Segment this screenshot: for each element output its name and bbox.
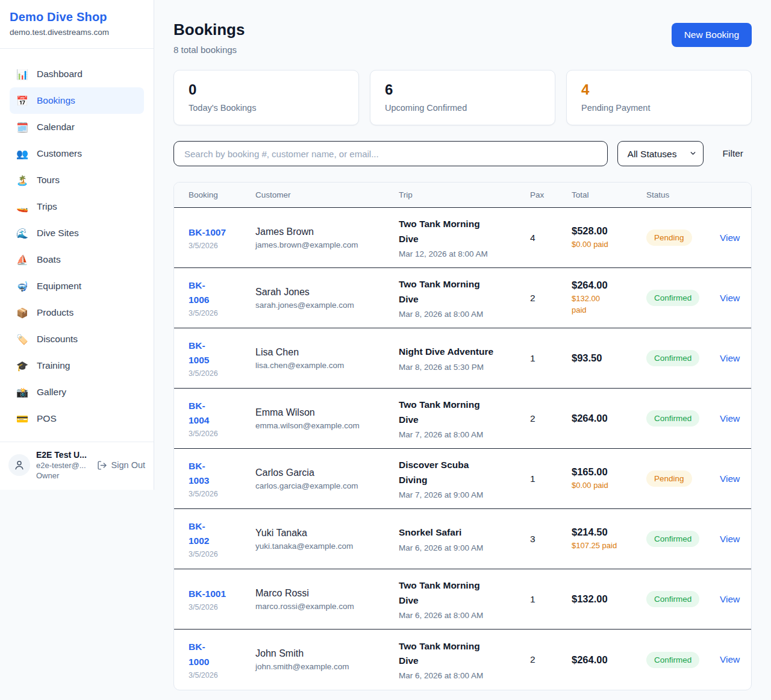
trip-cell: Two Tank Morning Dive Mar 6, 2026 at 8:0…	[399, 639, 530, 680]
booking-id-link[interactable]: BK- 1003	[189, 459, 255, 488]
trip-datetime: Mar 7, 2026 at 8:00 AM	[399, 430, 530, 439]
stat-label: Today's Bookings	[189, 103, 344, 113]
customer-email: emma.wilson@example.com	[255, 421, 399, 430]
table-row: BK- 1006 3/5/2026 Sarah Jones sarah.jone…	[174, 268, 751, 328]
table-row: BK- 1005 3/5/2026 Lisa Chen lisa.chen@ex…	[174, 328, 751, 389]
sidebar-item-label: Tours	[37, 175, 60, 186]
customer-cell: Sarah Jones sarah.jones@example.com	[255, 287, 399, 310]
booking-date: 3/5/2026	[189, 242, 255, 250]
view-link[interactable]: View	[720, 534, 740, 545]
total-cell: $214.50 $107.25 paid	[572, 527, 646, 552]
sidebar-item-dashboard[interactable]: 📊 Dashboard	[10, 61, 144, 87]
new-booking-button[interactable]: New Booking	[672, 23, 752, 47]
sidebar-item-products[interactable]: 📦 Products	[10, 299, 144, 326]
dive-sites-icon: 🌊	[16, 228, 29, 239]
booking-id-link[interactable]: BK- 1002	[189, 519, 255, 548]
view-link[interactable]: View	[720, 413, 740, 424]
sidebar-item-tours[interactable]: 🏝️ Tours	[10, 167, 144, 193]
booking-date: 3/5/2026	[189, 550, 255, 558]
booking-cell: BK- 1003 3/5/2026	[189, 459, 255, 498]
pax-count: 4	[530, 233, 572, 243]
view-link[interactable]: View	[720, 293, 740, 304]
booking-id-link[interactable]: BK- 1000	[189, 640, 255, 669]
filter-button[interactable]: Filter	[723, 148, 743, 159]
booking-id-link[interactable]: BK- 1005	[189, 339, 255, 367]
table-row: BK-1001 3/5/2026 Marco Rossi marco.rossi…	[174, 569, 751, 630]
paid-amount: $107.25 paid	[572, 540, 646, 552]
column-header-customer: Customer	[255, 190, 399, 199]
paid-amount: $0.00 paid	[572, 239, 646, 251]
table-row: BK- 1000 3/5/2026 John Smith john.smith@…	[174, 630, 751, 690]
status-select[interactable]: All Statuses	[617, 141, 704, 166]
sidebar-user-section: E2E Test U... e2e-tester@... Owner Sign …	[0, 442, 154, 490]
sidebar-item-label: Products	[37, 307, 73, 318]
sidebar-item-discounts[interactable]: 🏷️ Discounts	[10, 326, 144, 352]
user-info: E2E Test U... e2e-tester@... Owner	[36, 450, 91, 480]
gallery-icon: 📸	[16, 387, 29, 398]
customer-email: james.brown@example.com	[255, 240, 399, 249]
customer-email: lisa.chen@example.com	[255, 361, 399, 370]
view-link[interactable]: View	[720, 473, 740, 484]
user-name: E2E Test U...	[36, 450, 91, 460]
shop-domain: demo.test.divestreams.com	[10, 28, 144, 37]
trip-datetime: Mar 8, 2026 at 5:30 PM	[399, 363, 530, 372]
sidebar-item-gallery[interactable]: 📸 Gallery	[10, 379, 144, 405]
view-link[interactable]: View	[720, 353, 740, 364]
sidebar-item-trips[interactable]: 🚤 Trips	[10, 193, 144, 220]
table-header-row: Booking Customer Trip Pax Total Status	[174, 183, 751, 208]
status-badge: Pending	[646, 230, 692, 246]
sidebar-item-equipment[interactable]: 🤿 Equipment	[10, 273, 144, 299]
sidebar: Demo Dive Shop demo.test.divestreams.com…	[0, 0, 154, 490]
sidebar-item-dive-sites[interactable]: 🌊 Dive Sites	[10, 220, 144, 246]
customer-cell: Yuki Tanaka yuki.tanaka@example.com	[255, 528, 399, 551]
sidebar-item-customers[interactable]: 👥 Customers	[10, 140, 144, 167]
booking-id-link[interactable]: BK-1001	[189, 587, 255, 601]
customer-email: sarah.jones@example.com	[255, 301, 399, 310]
sidebar-item-label: Bookings	[37, 95, 75, 106]
total-cell: $528.00 $0.00 paid	[572, 225, 646, 251]
pax-count: 2	[530, 293, 572, 304]
sidebar-item-boats[interactable]: ⛵ Boats	[10, 246, 144, 273]
sidebar-item-training[interactable]: 🎓 Training	[10, 352, 144, 379]
dashboard-icon: 📊	[16, 69, 29, 80]
customer-name: Yuki Tanaka	[255, 528, 399, 539]
trips-icon: 🚤	[16, 201, 29, 213]
view-link[interactable]: View	[720, 233, 740, 243]
stat-label: Pending Payment	[581, 103, 737, 113]
status-badge: Confirmed	[646, 410, 699, 427]
view-link[interactable]: View	[720, 594, 740, 605]
boats-icon: ⛵	[16, 254, 29, 266]
sidebar-item-label: POS	[37, 413, 57, 424]
column-header-trip: Trip	[399, 190, 530, 199]
total-cell: $132.00	[572, 593, 646, 605]
customer-name: John Smith	[255, 648, 399, 659]
sidebar-item-label: Boats	[37, 254, 61, 265]
customer-email: marco.rossi@example.com	[255, 602, 399, 611]
booking-id-link[interactable]: BK- 1004	[189, 399, 255, 428]
booking-id-link[interactable]: BK- 1006	[189, 278, 255, 307]
tours-icon: 🏝️	[16, 175, 29, 186]
customer-name: James Brown	[255, 227, 399, 237]
bookings-table: Booking Customer Trip Pax Total Status B…	[173, 182, 752, 690]
sign-out-button[interactable]: Sign Out	[97, 460, 145, 470]
sidebar-item-label: Calendar	[37, 122, 75, 133]
filter-controls: All Statuses Filter	[173, 141, 752, 166]
booking-date: 3/5/2026	[189, 430, 255, 438]
user-role: Owner	[36, 471, 91, 480]
pax-count: 2	[530, 654, 572, 665]
sidebar-item-bookings[interactable]: 📅 Bookings	[10, 87, 144, 114]
sidebar-item-label: Dive Sites	[37, 228, 79, 239]
view-link[interactable]: View	[720, 654, 740, 665]
total-cell: $93.50	[572, 352, 646, 364]
equipment-icon: 🤿	[16, 281, 29, 292]
trip-name: Discover Scuba Diving	[399, 458, 530, 487]
customer-email: carlos.garcia@example.com	[255, 481, 399, 490]
search-input[interactable]	[173, 141, 608, 166]
sidebar-item-calendar[interactable]: 🗓️ Calendar	[10, 114, 144, 140]
bookings-icon: 📅	[16, 95, 29, 107]
total-amount: $264.00	[572, 413, 646, 424]
sidebar-item-pos[interactable]: 💳 POS	[10, 405, 144, 432]
trip-name: Two Tank Morning Dive	[399, 217, 530, 246]
total-amount: $528.00	[572, 225, 646, 237]
booking-id-link[interactable]: BK-1007	[189, 225, 255, 240]
